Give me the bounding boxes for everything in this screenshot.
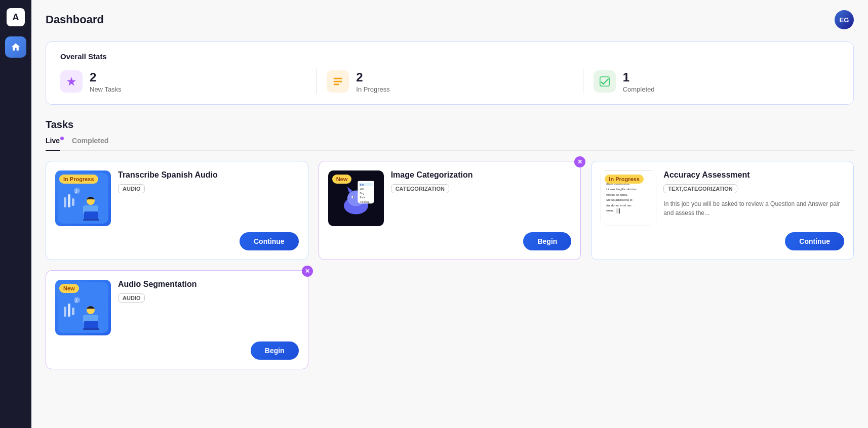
new-tasks-icon xyxy=(60,70,83,93)
task-title-2: Image Categorization xyxy=(391,170,572,180)
svg-rect-3 xyxy=(600,77,609,86)
home-icon xyxy=(11,42,21,52)
tasks-section: Tasks Live Completed xyxy=(46,119,854,369)
sidebar-home-button[interactable] xyxy=(5,36,26,58)
svg-text:♪: ♪ xyxy=(74,187,78,195)
task-tag-4: AUDIO xyxy=(118,293,145,303)
completed-icon xyxy=(594,70,616,93)
new-tasks-label: New Tasks xyxy=(90,85,122,93)
stat-new-tasks: 2 New Tasks xyxy=(60,70,306,93)
svg-rect-38 xyxy=(68,304,70,317)
in-progress-label: In Progress xyxy=(356,85,389,93)
tab-completed[interactable]: Completed xyxy=(72,137,108,150)
stat-divider-1 xyxy=(316,69,317,94)
sidebar-logo: A xyxy=(7,8,25,26)
task-description-3: In this job you will be asked to review … xyxy=(663,199,844,218)
task-thumbnail-audio-seg: ♪ xyxy=(55,280,111,335)
continue-button-1[interactable]: Continue xyxy=(240,232,299,250)
badge-new-2: New xyxy=(332,175,352,184)
user-avatar[interactable]: EG xyxy=(835,10,854,29)
begin-button-2[interactable]: Begin xyxy=(523,232,571,250)
task-thumbnail-accuracy: LoremIpsum dolor sit amet consectetur. L… xyxy=(601,170,656,226)
svg-rect-43 xyxy=(83,328,99,330)
svg-rect-0 xyxy=(334,78,342,79)
svg-text:Furniture: Furniture xyxy=(360,201,370,203)
tab-live[interactable]: Live xyxy=(46,137,60,151)
tasks-tabs: Live Completed xyxy=(46,137,854,151)
task-card-accuracy: LoremIpsum dolor sit amet consectetur. L… xyxy=(591,161,854,260)
task-tag-2: CATEGORIZATION xyxy=(391,184,449,193)
begin-button-4[interactable]: Begin xyxy=(251,341,299,360)
stat-in-progress: 2 In Progress xyxy=(327,70,572,93)
stat-divider-2 xyxy=(583,69,583,94)
svg-rect-12 xyxy=(84,211,98,220)
task-thumbnail-transcribe: ♪ xyxy=(55,170,111,226)
pin-icon-2: ✕ xyxy=(574,156,585,167)
svg-point-21 xyxy=(353,196,354,198)
badge-in-progress-1: In Progress xyxy=(59,175,98,184)
stats-row: 2 New Tasks 2 In Progress xyxy=(60,69,839,94)
svg-rect-37 xyxy=(64,307,66,317)
svg-rect-13 xyxy=(83,219,99,221)
task-card-image-cat: ✕ xyxy=(319,161,581,260)
tasks-grid: ♪ xyxy=(46,161,854,369)
page-title: Dashboard xyxy=(46,13,104,26)
in-progress-count: 2 xyxy=(356,70,389,84)
svg-rect-9 xyxy=(72,198,74,206)
task-card-audio-seg: ✕ ♪ xyxy=(46,270,308,369)
pin-icon-4: ✕ xyxy=(302,266,313,277)
svg-rect-7 xyxy=(64,197,66,207)
svg-rect-39 xyxy=(72,308,74,315)
task-card-transcribe-spanish: ♪ xyxy=(46,161,308,260)
svg-rect-1 xyxy=(334,81,342,82)
svg-rect-2 xyxy=(334,84,339,85)
header: Dashboard EG xyxy=(46,10,854,29)
task-tag-3: TEXT,CATEGORIZATION xyxy=(663,184,737,193)
in-progress-icon xyxy=(327,70,349,93)
svg-rect-42 xyxy=(84,321,98,329)
completed-count: 1 xyxy=(623,70,655,84)
svg-text:Dog: Dog xyxy=(360,192,365,195)
badge-in-progress-3: In Progress xyxy=(605,175,644,184)
svg-text:♪: ♪ xyxy=(74,296,78,304)
svg-rect-8 xyxy=(68,194,70,207)
sidebar: A xyxy=(0,0,31,428)
task-title-1: Transcribe Spanish Audio xyxy=(118,170,299,180)
main-content: Dashboard EG Overall Stats 2 New Tasks xyxy=(31,0,868,428)
stat-completed: 1 Completed xyxy=(594,70,839,93)
continue-button-3[interactable]: Continue xyxy=(785,232,844,250)
svg-text:Food: Food xyxy=(360,196,366,199)
task-title-3: Accuracy Assessment xyxy=(663,170,844,180)
stats-title: Overall Stats xyxy=(60,52,839,61)
new-tasks-count: 2 xyxy=(90,70,122,84)
badge-new-4: New xyxy=(59,284,79,293)
svg-text:Bird: Bird xyxy=(360,184,365,186)
task-thumbnail-image-cat: Bird List Dog Food Furniture xyxy=(328,170,384,226)
svg-text:List: List xyxy=(360,188,364,190)
task-title-4: Audio Segmentation xyxy=(118,280,299,289)
task-tag-1: AUDIO xyxy=(118,184,145,193)
tasks-section-title: Tasks xyxy=(46,119,854,131)
stats-card: Overall Stats 2 New Tasks 2 xyxy=(46,41,854,105)
completed-label: Completed xyxy=(623,85,655,93)
